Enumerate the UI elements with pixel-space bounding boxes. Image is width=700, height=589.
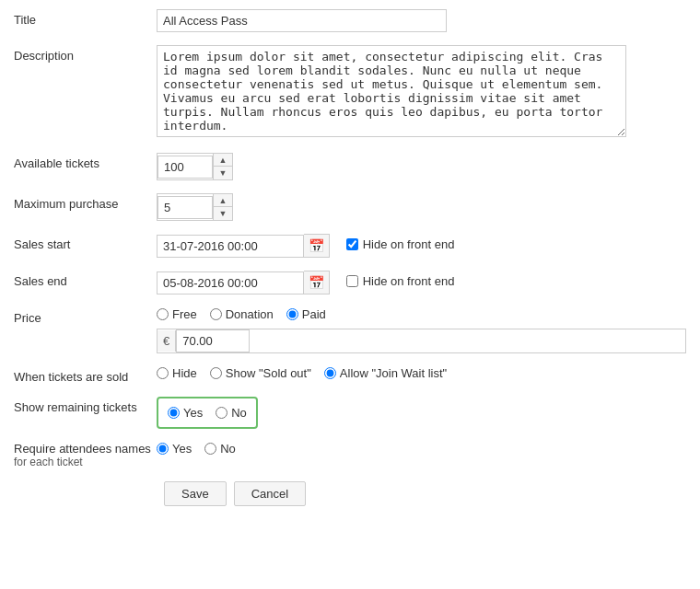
- sales-end-hide-checkbox[interactable]: [346, 275, 358, 287]
- sales-start-control: 📅 Hide on front end: [157, 234, 686, 258]
- description-control: Lorem ipsum dolor sit amet, consectetur …: [157, 45, 686, 140]
- sales-start-calendar-icon[interactable]: 📅: [304, 234, 330, 258]
- when-sold-waitlist-radio[interactable]: [324, 367, 336, 379]
- sales-end-datetime: 📅: [157, 271, 330, 294]
- title-label: Title: [14, 9, 157, 27]
- cancel-button[interactable]: Cancel: [234, 481, 306, 506]
- when-sold-soldout-label[interactable]: Show "Sold out": [210, 366, 311, 380]
- sales-end-hide-label[interactable]: Hide on front end: [346, 274, 455, 288]
- show-remaining-no-label[interactable]: No: [216, 406, 247, 420]
- show-remaining-no-radio[interactable]: [216, 407, 228, 419]
- price-radio-group: Free Donation Paid: [157, 307, 686, 321]
- available-tickets-label: Available tickets: [14, 153, 157, 170]
- available-tickets-up-button[interactable]: ▲: [214, 154, 232, 167]
- show-remaining-row: Show remaining tickets Yes No: [14, 397, 686, 429]
- save-button[interactable]: Save: [164, 481, 227, 506]
- require-names-no-label[interactable]: No: [204, 442, 236, 456]
- show-remaining-yes-radio[interactable]: [168, 407, 180, 419]
- require-names-control: Yes No: [157, 442, 686, 457]
- when-sold-hide-label[interactable]: Hide: [157, 366, 197, 380]
- require-names-yes-radio[interactable]: [157, 443, 169, 455]
- available-tickets-spinner: ▲ ▼: [157, 153, 233, 180]
- price-row: Price Free Donation Paid €: [14, 307, 686, 353]
- price-donation-radio[interactable]: [210, 308, 222, 320]
- price-free-radio[interactable]: [157, 308, 169, 320]
- available-tickets-spinner-buttons: ▲ ▼: [213, 154, 232, 179]
- sales-start-hide-label[interactable]: Hide on front end: [346, 237, 455, 251]
- require-names-label: Require attendees names for each ticket: [14, 442, 157, 468]
- when-sold-radio-group: Hide Show "Sold out" Allow "Join Wait li…: [157, 366, 447, 380]
- maximum-purchase-up-button[interactable]: ▲: [214, 194, 232, 207]
- sales-start-row: Sales start 📅 Hide on front end: [14, 234, 686, 258]
- description-label: Description: [14, 45, 157, 63]
- sales-start-input[interactable]: [157, 235, 304, 258]
- show-remaining-radio-group: Yes No: [168, 406, 247, 420]
- maximum-purchase-down-button[interactable]: ▼: [214, 207, 232, 220]
- maximum-purchase-row: Maximum purchase ▲ ▼: [14, 193, 686, 221]
- button-row: Save Cancel: [14, 481, 686, 506]
- price-input[interactable]: [176, 329, 250, 352]
- sales-start-label: Sales start: [14, 234, 157, 251]
- require-names-no-radio[interactable]: [204, 443, 216, 455]
- show-remaining-yes-label[interactable]: Yes: [168, 406, 203, 420]
- require-names-row: Require attendees names for each ticket …: [14, 442, 686, 468]
- title-row: Title: [14, 9, 686, 32]
- sales-start-hide-checkbox[interactable]: [346, 238, 358, 250]
- price-paid-radio[interactable]: [286, 308, 298, 320]
- price-donation-label[interactable]: Donation: [210, 307, 274, 321]
- maximum-purchase-input[interactable]: [158, 196, 213, 219]
- available-tickets-down-button[interactable]: ▼: [214, 167, 232, 179]
- when-sold-hide-radio[interactable]: [157, 367, 169, 379]
- price-paid-label[interactable]: Paid: [286, 307, 326, 321]
- sales-end-input[interactable]: [157, 271, 304, 294]
- sales-end-calendar-icon[interactable]: 📅: [304, 271, 330, 294]
- show-remaining-highlight: Yes No: [157, 397, 258, 429]
- price-control: Free Donation Paid €: [157, 307, 686, 353]
- sales-end-label: Sales end: [14, 271, 157, 288]
- maximum-purchase-control: ▲ ▼: [157, 193, 686, 221]
- description-row: Description Lorem ipsum dolor sit amet, …: [14, 45, 686, 140]
- price-free-label[interactable]: Free: [157, 307, 197, 321]
- sales-end-control: 📅 Hide on front end: [157, 271, 686, 294]
- price-input-wrapper: €: [157, 329, 686, 353]
- title-control: [157, 9, 686, 32]
- available-tickets-control: ▲ ▼: [157, 153, 686, 180]
- maximum-purchase-spinner: ▲ ▼: [157, 193, 233, 221]
- when-sold-control: Hide Show "Sold out" Allow "Join Wait li…: [157, 366, 686, 382]
- maximum-purchase-label: Maximum purchase: [14, 193, 157, 211]
- euro-symbol: €: [158, 330, 176, 352]
- available-tickets-row: Available tickets ▲ ▼: [14, 153, 686, 180]
- available-tickets-input[interactable]: [158, 156, 213, 179]
- form-container: Title Description Lorem ipsum dolor sit …: [0, 0, 700, 525]
- require-names-yes-label[interactable]: Yes: [157, 442, 192, 456]
- maximum-purchase-spinner-buttons: ▲ ▼: [213, 194, 232, 220]
- description-textarea[interactable]: Lorem ipsum dolor sit amet, consectetur …: [157, 45, 626, 137]
- when-sold-row: When tickets are sold Hide Show "Sold ou…: [14, 366, 686, 384]
- sales-start-datetime: 📅: [157, 234, 330, 258]
- when-sold-soldout-radio[interactable]: [210, 367, 222, 379]
- show-remaining-label: Show remaining tickets: [14, 397, 157, 414]
- when-sold-waitlist-label[interactable]: Allow "Join Wait list": [324, 366, 447, 380]
- sales-end-row: Sales end 📅 Hide on front end: [14, 271, 686, 294]
- when-sold-label: When tickets are sold: [14, 366, 157, 384]
- show-remaining-control: Yes No: [157, 397, 686, 429]
- price-label: Price: [14, 307, 157, 325]
- require-names-radio-group: Yes No: [157, 442, 236, 456]
- title-input[interactable]: [157, 9, 447, 32]
